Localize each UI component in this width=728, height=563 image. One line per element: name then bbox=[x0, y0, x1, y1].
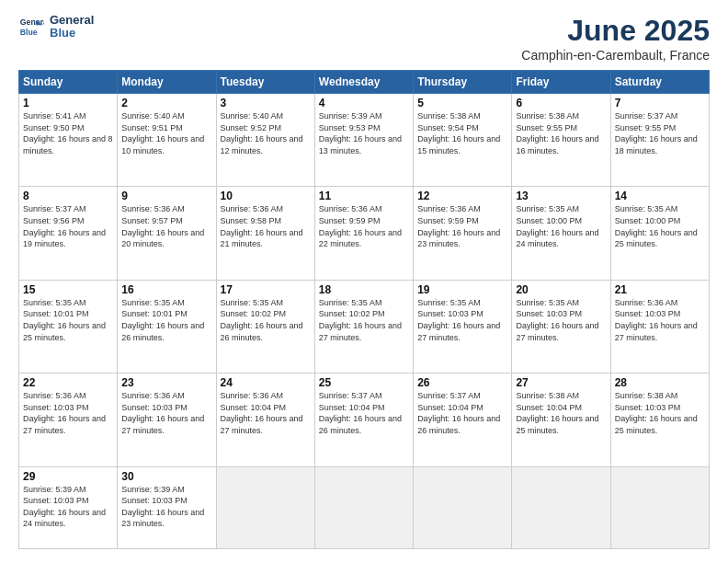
weekday-header: Tuesday bbox=[216, 71, 314, 94]
day-info: Sunrise: 5:36 AMSunset: 10:03 PMDaylight… bbox=[23, 391, 106, 435]
day-number: 11 bbox=[319, 190, 409, 202]
day-number: 14 bbox=[615, 190, 705, 202]
day-number: 16 bbox=[121, 283, 211, 296]
calendar-day-cell: 28 Sunrise: 5:38 AMSunset: 10:03 PMDayli… bbox=[610, 373, 709, 466]
calendar-day-cell: 2 Sunrise: 5:40 AMSunset: 9:51 PMDayligh… bbox=[118, 94, 216, 187]
calendar-day-cell: 25 Sunrise: 5:37 AMSunset: 10:04 PMDayli… bbox=[314, 373, 413, 466]
day-number: 4 bbox=[319, 97, 409, 109]
logo-icon: General Blue bbox=[18, 14, 44, 40]
day-number: 29 bbox=[23, 470, 113, 483]
day-number: 9 bbox=[121, 190, 211, 202]
day-info: Sunrise: 5:36 AMSunset: 9:57 PMDaylight:… bbox=[121, 204, 204, 248]
calendar-day-cell: 16 Sunrise: 5:35 AMSunset: 10:01 PMDayli… bbox=[118, 280, 216, 373]
svg-text:General: General bbox=[20, 18, 44, 28]
day-info: Sunrise: 5:35 AMSunset: 10:01 PMDaylight… bbox=[23, 298, 106, 342]
weekday-header: Thursday bbox=[414, 71, 512, 94]
weekday-header: Wednesday bbox=[314, 71, 413, 94]
calendar-day-cell: 17 Sunrise: 5:35 AMSunset: 10:02 PMDayli… bbox=[216, 280, 314, 373]
day-info: Sunrise: 5:36 AMSunset: 10:03 PMDaylight… bbox=[615, 298, 698, 342]
calendar-page: General Blue General Blue June 2025 Camp… bbox=[0, 0, 728, 563]
calendar-day-cell: 15 Sunrise: 5:35 AMSunset: 10:01 PMDayli… bbox=[19, 280, 118, 373]
calendar-table: SundayMondayTuesdayWednesdayThursdayFrid… bbox=[18, 70, 710, 549]
day-number: 12 bbox=[417, 190, 507, 202]
day-info: Sunrise: 5:35 AMSunset: 10:02 PMDaylight… bbox=[221, 298, 303, 342]
calendar-day-cell: 10 Sunrise: 5:36 AMSunset: 9:58 PMDaylig… bbox=[216, 187, 314, 280]
calendar-day-cell bbox=[610, 466, 709, 549]
calendar-day-cell: 3 Sunrise: 5:40 AMSunset: 9:52 PMDayligh… bbox=[216, 94, 314, 187]
day-info: Sunrise: 5:38 AMSunset: 9:55 PMDaylight:… bbox=[516, 111, 598, 155]
calendar-day-cell: 22 Sunrise: 5:36 AMSunset: 10:03 PMDayli… bbox=[19, 373, 118, 466]
calendar-day-cell: 26 Sunrise: 5:37 AMSunset: 10:04 PMDayli… bbox=[414, 373, 512, 466]
calendar-day-cell: 12 Sunrise: 5:36 AMSunset: 9:59 PMDaylig… bbox=[414, 187, 512, 280]
calendar-day-cell: 29 Sunrise: 5:39 AMSunset: 10:03 PMDayli… bbox=[19, 466, 118, 549]
day-number: 21 bbox=[615, 283, 705, 296]
day-number: 23 bbox=[121, 376, 211, 389]
day-info: Sunrise: 5:39 AMSunset: 10:03 PMDaylight… bbox=[121, 485, 204, 529]
calendar-day-cell: 7 Sunrise: 5:37 AMSunset: 9:55 PMDayligh… bbox=[610, 94, 709, 187]
day-info: Sunrise: 5:36 AMSunset: 9:59 PMDaylight:… bbox=[417, 204, 500, 248]
calendar-day-cell bbox=[216, 466, 314, 549]
day-number: 20 bbox=[516, 283, 606, 296]
calendar-day-cell: 9 Sunrise: 5:36 AMSunset: 9:57 PMDayligh… bbox=[118, 187, 216, 280]
day-info: Sunrise: 5:38 AMSunset: 10:03 PMDaylight… bbox=[615, 391, 698, 435]
day-info: Sunrise: 5:39 AMSunset: 10:03 PMDaylight… bbox=[23, 485, 106, 529]
day-number: 7 bbox=[615, 97, 705, 109]
weekday-header-row: SundayMondayTuesdayWednesdayThursdayFrid… bbox=[19, 71, 710, 94]
calendar-day-cell bbox=[512, 466, 610, 549]
day-info: Sunrise: 5:35 AMSunset: 10:02 PMDaylight… bbox=[319, 298, 402, 342]
day-info: Sunrise: 5:37 AMSunset: 9:56 PMDaylight:… bbox=[23, 204, 106, 248]
calendar-day-cell: 20 Sunrise: 5:35 AMSunset: 10:03 PMDayli… bbox=[512, 280, 610, 373]
weekday-header: Friday bbox=[512, 71, 610, 94]
day-info: Sunrise: 5:36 AMSunset: 9:59 PMDaylight:… bbox=[319, 204, 402, 248]
day-info: Sunrise: 5:36 AMSunset: 10:03 PMDaylight… bbox=[121, 391, 204, 435]
day-info: Sunrise: 5:37 AMSunset: 10:04 PMDaylight… bbox=[417, 391, 500, 435]
weekday-header: Saturday bbox=[610, 71, 709, 94]
day-info: Sunrise: 5:35 AMSunset: 10:03 PMDaylight… bbox=[417, 298, 500, 342]
day-number: 17 bbox=[221, 283, 311, 296]
calendar-day-cell: 23 Sunrise: 5:36 AMSunset: 10:03 PMDayli… bbox=[118, 373, 216, 466]
calendar-title: June 2025 bbox=[521, 14, 710, 48]
weekday-header: Monday bbox=[118, 71, 216, 94]
day-number: 3 bbox=[221, 97, 311, 109]
day-info: Sunrise: 5:37 AMSunset: 9:55 PMDaylight:… bbox=[615, 111, 698, 155]
day-number: 19 bbox=[417, 283, 507, 296]
calendar-week-row: 1 Sunrise: 5:41 AMSunset: 9:50 PMDayligh… bbox=[19, 94, 710, 187]
day-info: Sunrise: 5:40 AMSunset: 9:51 PMDaylight:… bbox=[121, 111, 204, 155]
calendar-day-cell: 1 Sunrise: 5:41 AMSunset: 9:50 PMDayligh… bbox=[19, 94, 118, 187]
logo-line2: Blue bbox=[50, 27, 94, 40]
title-block: June 2025 Camphin-en-Carembault, France bbox=[521, 14, 710, 63]
day-number: 22 bbox=[23, 376, 113, 389]
calendar-day-cell: 30 Sunrise: 5:39 AMSunset: 10:03 PMDayli… bbox=[118, 466, 216, 549]
calendar-day-cell: 18 Sunrise: 5:35 AMSunset: 10:02 PMDayli… bbox=[314, 280, 413, 373]
day-info: Sunrise: 5:41 AMSunset: 9:50 PMDaylight:… bbox=[23, 111, 113, 155]
day-info: Sunrise: 5:40 AMSunset: 9:52 PMDaylight:… bbox=[221, 111, 303, 155]
calendar-day-cell bbox=[314, 466, 413, 549]
calendar-day-cell: 19 Sunrise: 5:35 AMSunset: 10:03 PMDayli… bbox=[414, 280, 512, 373]
day-info: Sunrise: 5:35 AMSunset: 10:03 PMDaylight… bbox=[516, 298, 598, 342]
day-number: 18 bbox=[319, 283, 409, 296]
day-number: 27 bbox=[516, 376, 606, 389]
day-info: Sunrise: 5:39 AMSunset: 9:53 PMDaylight:… bbox=[319, 111, 402, 155]
calendar-week-row: 29 Sunrise: 5:39 AMSunset: 10:03 PMDayli… bbox=[19, 466, 710, 549]
day-number: 8 bbox=[23, 190, 113, 202]
logo-text: General Blue bbox=[50, 14, 94, 40]
day-number: 25 bbox=[319, 376, 409, 389]
calendar-day-cell bbox=[414, 466, 512, 549]
day-info: Sunrise: 5:38 AMSunset: 10:04 PMDaylight… bbox=[516, 391, 598, 435]
calendar-week-row: 22 Sunrise: 5:36 AMSunset: 10:03 PMDayli… bbox=[19, 373, 710, 466]
day-info: Sunrise: 5:35 AMSunset: 10:00 PMDaylight… bbox=[615, 204, 698, 248]
day-info: Sunrise: 5:37 AMSunset: 10:04 PMDaylight… bbox=[319, 391, 402, 435]
logo: General Blue General Blue bbox=[18, 14, 94, 40]
calendar-week-row: 15 Sunrise: 5:35 AMSunset: 10:01 PMDayli… bbox=[19, 280, 710, 373]
logo-line1: General bbox=[50, 14, 94, 27]
calendar-day-cell: 11 Sunrise: 5:36 AMSunset: 9:59 PMDaylig… bbox=[314, 187, 413, 280]
day-info: Sunrise: 5:36 AMSunset: 9:58 PMDaylight:… bbox=[221, 204, 303, 248]
calendar-day-cell: 24 Sunrise: 5:36 AMSunset: 10:04 PMDayli… bbox=[216, 373, 314, 466]
calendar-day-cell: 14 Sunrise: 5:35 AMSunset: 10:00 PMDayli… bbox=[610, 187, 709, 280]
day-number: 30 bbox=[121, 470, 211, 483]
day-number: 13 bbox=[516, 190, 606, 202]
calendar-day-cell: 27 Sunrise: 5:38 AMSunset: 10:04 PMDayli… bbox=[512, 373, 610, 466]
header: General Blue General Blue June 2025 Camp… bbox=[18, 14, 710, 63]
calendar-subtitle: Camphin-en-Carembault, France bbox=[521, 48, 710, 63]
calendar-day-cell: 4 Sunrise: 5:39 AMSunset: 9:53 PMDayligh… bbox=[314, 94, 413, 187]
